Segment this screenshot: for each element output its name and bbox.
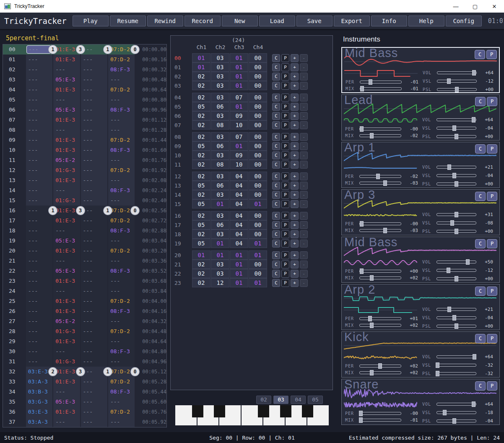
pattern-cell[interactable]: --- <box>26 155 52 165</box>
pattern-cell[interactable]: 01:E-3 <box>53 145 80 155</box>
instrument-card[interactable]: Arp 2CPPER+01MIX+02VOL+21VSL-04PSL+00 <box>341 284 500 330</box>
sequence-cell[interactable]: 03 <box>211 190 229 199</box>
sequence-copy-button[interactable]: C <box>272 82 280 90</box>
mix-slider[interactable] <box>359 276 401 279</box>
pattern-cell[interactable]: --- <box>108 357 135 367</box>
pattern-cell[interactable]: ---1 <box>26 44 52 55</box>
vsl-slider[interactable] <box>436 222 476 224</box>
sequence-cell[interactable]: 00 <box>249 160 267 169</box>
psl-slider[interactable] <box>436 182 476 185</box>
pattern-cell[interactable]: --- <box>81 316 107 326</box>
pattern-cell[interactable]: 03:A-3 <box>26 377 52 387</box>
sequence-add-button[interactable]: + <box>291 112 299 120</box>
sequence-paste-button[interactable]: P <box>281 191 289 199</box>
pattern-cell[interactable]: 01:E-3 <box>53 407 80 417</box>
psl-slider[interactable] <box>436 277 476 280</box>
vol-slider-thumb[interactable] <box>455 212 458 217</box>
pattern-cell[interactable]: 01:E-3 <box>53 175 80 185</box>
pattern-cell[interactable]: --- <box>81 115 107 125</box>
pattern-cell[interactable]: --- <box>26 75 52 85</box>
pattern-cell[interactable]: --- <box>108 175 135 185</box>
sequence-remove-button[interactable]: - <box>300 112 308 120</box>
sequence-copy-button[interactable]: C <box>272 191 280 199</box>
instrument-card[interactable]: Arp 1CPPER-02MIX-03VOL+21VSL-04PSL+00 <box>341 142 500 188</box>
pattern-cell[interactable]: --- <box>81 236 107 246</box>
pattern-cell[interactable]: --- <box>81 347 107 357</box>
sequence-remove-button[interactable]: - <box>300 279 308 287</box>
pattern-cell[interactable]: 01:E-3 <box>53 246 80 256</box>
pattern-cell[interactable]: 05:E-2 <box>53 316 80 326</box>
pattern-cell[interactable]: --- <box>53 185 80 195</box>
pattern-cell[interactable]: --- <box>81 65 107 75</box>
sequence-cell[interactable]: 05 <box>192 199 210 208</box>
pattern-cell[interactable]: --- <box>26 216 52 226</box>
mix-slider-thumb[interactable] <box>383 228 387 233</box>
pattern-cell[interactable]: 03:B-3 <box>26 387 52 397</box>
sequence-cell[interactable]: 03 <box>211 172 229 181</box>
sequence-cell[interactable]: 02 <box>192 172 210 181</box>
sequence-copy-button[interactable]: C <box>272 54 280 62</box>
vol-slider[interactable] <box>436 308 476 311</box>
sequence-paste-button[interactable]: P <box>281 151 289 159</box>
psl-slider-thumb[interactable] <box>455 276 458 281</box>
vol-slider[interactable] <box>436 213 476 216</box>
mix-slider-thumb[interactable] <box>370 370 374 375</box>
sequence-cell[interactable]: 05 <box>192 141 210 151</box>
pattern-cell[interactable]: --- <box>81 357 107 367</box>
sequence-paste-button[interactable]: P <box>281 240 289 248</box>
pattern-cell[interactable]: 01:E-3 <box>53 306 80 316</box>
sequence-paste-button[interactable]: P <box>281 182 289 190</box>
pattern-cell[interactable]: 05:E-3 <box>53 236 80 246</box>
instrument-paste-button[interactable]: P <box>487 192 497 201</box>
toolbar-button-new[interactable]: New <box>222 16 258 26</box>
sequence-cell[interactable]: 01 <box>211 199 229 208</box>
per-slider-thumb[interactable] <box>359 411 363 416</box>
maximize-button[interactable]: ▢ <box>465 0 485 13</box>
pattern-cell[interactable]: --- <box>53 226 80 236</box>
pattern-cell[interactable]: 07:D-2 <box>108 407 135 417</box>
sequence-cell[interactable]: 04 <box>230 211 248 220</box>
pattern-cell[interactable]: --- <box>26 175 52 185</box>
pattern-cell[interactable]: --- <box>108 316 135 326</box>
sequence-cell[interactable]: 12 <box>211 278 229 287</box>
sequence-paste-button[interactable]: P <box>281 142 289 150</box>
sequence-remove-button[interactable]: - <box>300 172 308 180</box>
vol-slider-thumb[interactable] <box>472 117 475 122</box>
pattern-cell[interactable]: --- <box>26 357 52 367</box>
sequence-cell[interactable]: 03 <box>211 72 229 81</box>
pattern-cell[interactable]: --- <box>26 135 52 145</box>
sequence-cell[interactable]: 01 <box>211 250 229 260</box>
mix-slider[interactable] <box>359 182 401 185</box>
sequence-cell[interactable]: 00 <box>249 211 267 220</box>
mix-slider-thumb[interactable] <box>383 180 387 186</box>
instrument-card[interactable]: KickCPPER+02MIX+02VOL+64VSL-32PSL-32 <box>341 331 500 378</box>
sequence-add-button[interactable]: + <box>291 73 299 81</box>
sequence-cell[interactable]: 03 <box>211 111 229 120</box>
pattern-cell[interactable]: 05:E-3 <box>53 266 80 276</box>
sequence-copy-button[interactable]: C <box>272 63 280 71</box>
sequence-copy-button[interactable]: C <box>272 103 280 111</box>
vsl-slider[interactable] <box>437 80 477 83</box>
pattern-cell[interactable]: --- <box>108 336 135 347</box>
sequence-add-button[interactable]: + <box>291 230 299 238</box>
sequence-cell[interactable]: 00 <box>249 229 267 239</box>
sequence-add-button[interactable]: + <box>291 103 299 111</box>
sequence-cell[interactable]: 00 <box>249 93 267 102</box>
sequence-paste-button[interactable]: P <box>281 212 289 220</box>
pattern-cell[interactable]: --- <box>26 266 52 276</box>
sequence-remove-button[interactable]: - <box>300 82 308 90</box>
vsl-slider-thumb[interactable] <box>452 315 456 321</box>
pattern-cell[interactable]: --- <box>26 286 52 296</box>
sequence-add-button[interactable]: + <box>291 182 299 190</box>
instrument-card[interactable]: SnareCPPER-00MIX-01VOL+64VSL-18PSL-04 <box>341 379 500 425</box>
toolbar-button-rewind[interactable]: Rewind <box>147 16 183 26</box>
pattern-cell[interactable]: --- <box>108 115 135 125</box>
sequence-copy-button[interactable]: C <box>272 161 280 169</box>
pattern-cell[interactable]: --- <box>108 256 135 266</box>
pattern-cell[interactable]: 07:D-2 <box>108 326 135 336</box>
sequence-paste-button[interactable]: P <box>281 230 289 238</box>
sequence-cell[interactable]: 03 <box>211 211 229 220</box>
sequence-add-button[interactable]: + <box>291 261 299 268</box>
pattern-cell[interactable]: 07:D-2 <box>108 165 135 175</box>
per-slider[interactable] <box>359 175 401 178</box>
